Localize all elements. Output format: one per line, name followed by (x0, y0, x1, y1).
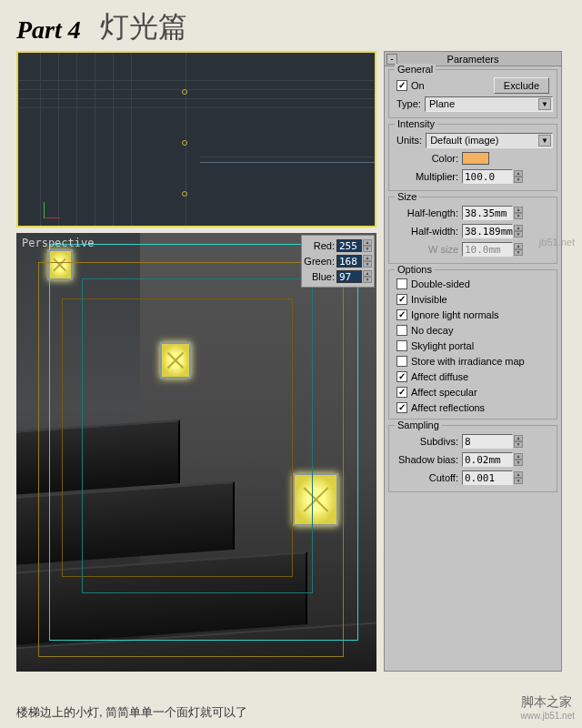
double-sided-checkbox[interactable] (396, 278, 407, 289)
spinner[interactable]: ▲▼ (514, 170, 523, 183)
green-label: Green: (304, 256, 336, 267)
shadow-bias-label: Shadow bias: (393, 454, 458, 465)
watermark: 脚本之家www.jb51.net (521, 694, 575, 721)
subdivs-input[interactable]: 8 (462, 434, 513, 449)
half-width-label: Half-width: (393, 226, 458, 237)
color-swatch[interactable] (462, 152, 489, 165)
on-checkbox[interactable] (396, 80, 407, 91)
spinner[interactable]: ▲▼ (514, 207, 523, 219)
shadow-bias-input[interactable]: 0.02mm (462, 452, 513, 467)
opt-label: Affect specular (411, 387, 477, 398)
half-length-label: Half-length: (393, 207, 458, 218)
caption: 楼梯边上的小灯, 简简单单一个面灯就可以了 (16, 704, 247, 721)
blue-input[interactable] (336, 270, 362, 283)
chevron-down-icon: ▼ (538, 98, 551, 110)
group-title: Intensity (395, 118, 437, 129)
light-marker[interactable] (182, 191, 187, 197)
red-input[interactable] (336, 239, 362, 252)
opt-label: No decay (411, 325, 453, 336)
viewport-top[interactable] (16, 51, 376, 228)
spinner[interactable]: ▲▼ (514, 453, 523, 466)
spinner: ▲▼ (514, 243, 523, 256)
exclude-button[interactable]: Exclude (494, 77, 549, 94)
half-width-input[interactable]: 38.189mm (462, 224, 513, 238)
w-size-input: 10.0mm (462, 242, 513, 257)
invisible-checkbox[interactable] (396, 294, 407, 305)
skylight-portal-checkbox[interactable] (396, 340, 407, 351)
opt-label: Double-sided (411, 278, 470, 289)
panel-title: Parameters (447, 54, 499, 65)
rgb-panel: Red:▲▼ Green:▲▼ Blue:▲▼ (301, 235, 375, 288)
units-label: Units: (396, 135, 422, 146)
light-marker[interactable] (182, 89, 187, 95)
type-label: Type: (396, 98, 421, 109)
cutoff-input[interactable]: 0.001 (462, 470, 513, 485)
w-size-label: W size (393, 244, 458, 255)
color-label: Color: (393, 153, 458, 164)
viewport-label: Perspective (22, 237, 94, 249)
type-combo[interactable]: Plane▼ (425, 96, 553, 112)
safe-frame (82, 278, 313, 593)
spinner[interactable]: ▲▼ (514, 471, 523, 484)
group-title: Sampling (395, 420, 442, 430)
axis-gizmo (44, 197, 65, 218)
opt-label: Skylight portal (411, 340, 474, 351)
opt-label: Store with irradiance map (411, 356, 525, 367)
multiplier-input[interactable]: 100.0 (462, 169, 513, 184)
opt-label: Affect reflections (411, 402, 485, 413)
affect-specular-checkbox[interactable] (396, 387, 407, 398)
group-sampling: Sampling Subdivs:8▲▼ Shadow bias:0.02mm▲… (388, 425, 557, 492)
affect-diffuse-checkbox[interactable] (396, 371, 407, 382)
units-combo[interactable]: Default (image)▼ (426, 133, 553, 148)
opt-label: Invisible (411, 294, 447, 305)
spinner[interactable]: ▲▼ (514, 225, 523, 238)
group-title: Options (395, 264, 435, 275)
parameters-panel: - Parameters General On Exclude Type: Pl… (384, 51, 562, 672)
group-general: General On Exclude Type: Plane▼ (388, 69, 557, 118)
part-number: Part 4 (16, 15, 81, 45)
page-title: Part 4 灯光篇 (0, 0, 582, 51)
group-options: Options Double-sided Invisible Ignore li… (388, 269, 557, 420)
subdivs-label: Subdivs: (393, 436, 458, 447)
opt-label: Ignore light normals (411, 309, 499, 320)
watermark: jb51.net (539, 237, 575, 248)
group-title: Size (395, 191, 419, 202)
multiplier-label: Multiplier: (393, 171, 458, 182)
no-decay-checkbox[interactable] (396, 325, 407, 336)
light-marker[interactable] (182, 140, 187, 146)
chapter-name: 灯光篇 (100, 10, 187, 43)
affect-reflections-checkbox[interactable] (396, 402, 407, 413)
store-irradiance-checkbox[interactable] (396, 356, 407, 367)
cutoff-label: Cutoff: (393, 472, 458, 483)
group-title: General (395, 64, 436, 75)
spinner[interactable]: ▲▼ (363, 239, 372, 252)
spinner[interactable]: ▲▼ (514, 435, 523, 448)
group-intensity: Intensity Units: Default (image)▼ Color:… (388, 124, 557, 191)
ignore-normals-checkbox[interactable] (396, 309, 407, 320)
green-input[interactable] (336, 255, 362, 268)
on-label: On (411, 80, 425, 91)
red-label: Red: (304, 240, 336, 251)
blue-label: Blue: (304, 271, 336, 282)
half-length-input[interactable]: 38.35mm (462, 206, 513, 220)
viewport-perspective[interactable]: Perspective Red:▲▼ Green:▲▼ Blue:▲▼ (16, 233, 376, 672)
chevron-down-icon: ▼ (538, 135, 551, 147)
opt-label: Affect diffuse (411, 371, 468, 382)
group-size: Size Half-length:38.35mm▲▼ Half-width:38… (388, 197, 557, 264)
spinner[interactable]: ▲▼ (363, 255, 372, 268)
spinner[interactable]: ▲▼ (363, 270, 372, 283)
